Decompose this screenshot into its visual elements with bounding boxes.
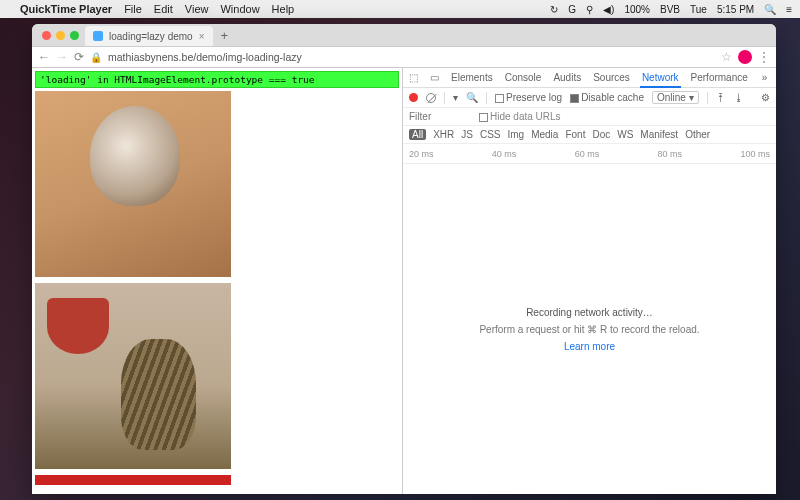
bookmark-star-icon[interactable]: ☆ <box>721 50 732 64</box>
tab-sources[interactable]: Sources <box>591 69 632 86</box>
clock-day: Tue <box>690 4 707 15</box>
volume-icon[interactable]: ◀︎) <box>603 4 614 15</box>
menu-help[interactable]: Help <box>272 3 295 15</box>
close-tab-icon[interactable]: × <box>199 31 205 42</box>
empty-title: Recording network activity… <box>526 307 653 318</box>
window-traffic-lights[interactable] <box>40 31 85 40</box>
export-har-icon[interactable]: ⭳ <box>734 92 744 103</box>
page-viewport[interactable]: 'loading' in HTMLImageElement.prototype … <box>32 68 402 494</box>
zoom-window-icon[interactable] <box>70 31 79 40</box>
wifi-icon[interactable]: ⚲ <box>586 4 593 15</box>
type-doc[interactable]: Doc <box>592 129 610 140</box>
filter-row: Hide data URLs <box>403 108 776 126</box>
filter-toggle-icon[interactable]: ▾ <box>453 92 458 103</box>
search-icon[interactable]: 🔍 <box>764 4 776 15</box>
timeline-ruler[interactable]: 20 ms 40 ms 60 ms 80 ms 100 ms <box>403 144 776 164</box>
reload-button[interactable]: ⟳ <box>74 50 84 64</box>
type-other[interactable]: Other <box>685 129 710 140</box>
menu-edit[interactable]: Edit <box>154 3 173 15</box>
status-extra: BVB <box>660 4 680 15</box>
type-img[interactable]: Img <box>507 129 524 140</box>
clock-time: 5:15 PM <box>717 4 754 15</box>
type-filter-row: All XHR JS CSS Img Media Font Doc WS Man… <box>403 126 776 144</box>
network-settings-icon[interactable]: ⚙ <box>761 92 770 103</box>
empty-subtitle: Perform a request or hit ⌘ R to record t… <box>479 324 699 335</box>
learn-more-link[interactable]: Learn more <box>564 341 615 352</box>
type-js[interactable]: JS <box>461 129 473 140</box>
status-g-icon[interactable]: G <box>568 4 576 15</box>
devtools-panel: ⬚ ▭ Elements Console Audits Sources Netw… <box>402 68 776 494</box>
chrome-window: loading=lazy demo × + ← → ⟳ 🔒 mathiasbyn… <box>32 24 776 494</box>
devtools-tabs: ⬚ ▭ Elements Console Audits Sources Netw… <box>403 68 776 88</box>
forward-button: → <box>56 50 68 64</box>
menu-window[interactable]: Window <box>220 3 259 15</box>
back-button[interactable]: ← <box>38 50 50 64</box>
type-css[interactable]: CSS <box>480 129 501 140</box>
tab-network[interactable]: Network <box>640 69 681 88</box>
preserve-log-checkbox[interactable]: Preserve log <box>495 92 562 103</box>
search-icon[interactable]: 🔍 <box>466 92 478 103</box>
status-icon[interactable]: ↻ <box>550 4 558 15</box>
menu-file[interactable]: File <box>124 3 142 15</box>
demo-image <box>35 475 231 485</box>
import-har-icon[interactable]: ⭱ <box>716 92 726 103</box>
menu-view[interactable]: View <box>185 3 209 15</box>
tab-favicon <box>93 31 103 41</box>
disable-cache-checkbox[interactable]: Disable cache <box>570 92 644 103</box>
toolbar: ← → ⟳ 🔒 mathiasbynens.be/demo/img-loadin… <box>32 46 776 68</box>
type-font[interactable]: Font <box>565 129 585 140</box>
new-tab-button[interactable]: + <box>213 28 237 43</box>
notifications-icon[interactable]: ≡ <box>786 4 792 15</box>
close-window-icon[interactable] <box>42 31 51 40</box>
tab-console[interactable]: Console <box>503 69 544 86</box>
throttling-select[interactable]: Online ▾ <box>652 91 699 104</box>
menubar-status: ↻ G ⚲ ◀︎) 100% BVB Tue 5:15 PM 🔍 ≡ <box>550 4 792 15</box>
hide-data-urls-checkbox[interactable]: Hide data URLs <box>479 111 561 122</box>
demo-image <box>35 91 231 277</box>
tab-title: loading=lazy demo <box>109 31 193 42</box>
macos-menubar: QuickTime Player File Edit View Window H… <box>0 0 800 18</box>
minimize-window-icon[interactable] <box>56 31 65 40</box>
clear-button[interactable] <box>426 93 436 103</box>
browser-tab[interactable]: loading=lazy demo × <box>85 26 213 46</box>
network-toolbar: ▾ 🔍 Preserve log Disable cache Online ▾ … <box>403 88 776 108</box>
type-all[interactable]: All <box>409 129 426 140</box>
inspect-icon[interactable]: ⬚ <box>407 69 420 86</box>
tab-performance[interactable]: Performance <box>689 69 750 86</box>
app-name[interactable]: QuickTime Player <box>20 3 112 15</box>
record-button[interactable] <box>409 93 418 102</box>
battery-percent: 100% <box>624 4 650 15</box>
type-xhr[interactable]: XHR <box>433 129 454 140</box>
more-tabs-icon[interactable]: » <box>760 69 770 86</box>
tab-audits[interactable]: Audits <box>551 69 583 86</box>
demo-image <box>35 283 231 469</box>
tab-elements[interactable]: Elements <box>449 69 495 86</box>
page-banner: 'loading' in HTMLImageElement.prototype … <box>35 71 399 88</box>
tab-strip: loading=lazy demo × + <box>32 24 776 46</box>
chrome-menu-icon[interactable]: ⋮ <box>758 50 770 64</box>
filter-input[interactable] <box>409 111 469 122</box>
profile-avatar[interactable] <box>738 50 752 64</box>
address-bar[interactable]: mathiasbynens.be/demo/img-loading-lazy <box>108 51 715 63</box>
device-mode-icon[interactable]: ▭ <box>428 69 441 86</box>
type-ws[interactable]: WS <box>617 129 633 140</box>
network-empty-state: Recording network activity… Perform a re… <box>403 164 776 494</box>
content-area: 'loading' in HTMLImageElement.prototype … <box>32 68 776 494</box>
type-manifest[interactable]: Manifest <box>640 129 678 140</box>
type-media[interactable]: Media <box>531 129 558 140</box>
lock-icon[interactable]: 🔒 <box>90 52 102 63</box>
